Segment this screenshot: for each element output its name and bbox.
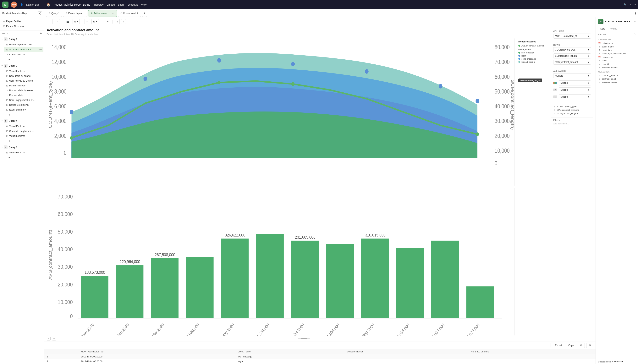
- query4-header[interactable]: ▾ ⊞ Query 4: [0, 118, 44, 124]
- sidebar-q2-newusers[interactable]: ⊞ New users by quarter: [4, 74, 44, 78]
- formula-icon[interactable]: fx: [634, 33, 636, 36]
- field-state[interactable]: T state: [598, 59, 636, 62]
- field-activated-at[interactable]: 📅 activated_at: [598, 42, 636, 45]
- export-button[interactable]: ↑ Export: [550, 342, 564, 348]
- query1-header[interactable]: ▾ ⊞ Query 1: [0, 36, 44, 42]
- nav-view[interactable]: View: [141, 3, 147, 6]
- col-event[interactable]: event_name: [235, 349, 344, 354]
- nav-share[interactable]: Share: [118, 3, 125, 6]
- zoom-in-button[interactable]: +: [52, 336, 56, 340]
- sidebar-q4-contract[interactable]: ⊞ Contract Lengths and ...: [4, 129, 44, 134]
- field-contract-amount[interactable]: # contract_amount: [598, 74, 636, 77]
- query1-add[interactable]: +: [3, 57, 44, 62]
- tab-query1[interactable]: ⊞ Query 1: [46, 10, 62, 17]
- nav-schedule[interactable]: Schedule: [128, 3, 138, 6]
- sidebar-q2-productvisits[interactable]: ↗ Product Visits: [4, 93, 44, 98]
- sidebar-q2-funnel[interactable]: ⊞ Funnel Analysis: [4, 83, 44, 88]
- copy-button[interactable]: Copy: [566, 342, 576, 348]
- measure-avg[interactable]: ||| AVG(contract_amount): [553, 108, 591, 112]
- nav-report[interactable]: Report ▾: [94, 3, 104, 6]
- layer3-dropdown[interactable]: Multiple ▾: [559, 94, 591, 99]
- zoom-out-button[interactable]: −: [47, 336, 51, 340]
- rows-field1-dropdown[interactable]: COUNT(event_type) ▾: [553, 47, 591, 52]
- add-icon[interactable]: +: [630, 3, 631, 6]
- sidebar-q2-productweek[interactable]: ↗ Product Visits by Week: [4, 88, 44, 93]
- field-contract-length[interactable]: # contract_length: [598, 77, 636, 81]
- sidebar-item-report-builder[interactable]: ⊞ Report Builder: [1, 19, 44, 24]
- field-occurred-at[interactable]: 📅 occurred_at: [598, 55, 636, 59]
- all-layers-dropdown[interactable]: Multiple ▾: [553, 73, 591, 78]
- measure-sum[interactable]: ○ SUM(contract_length): [553, 112, 591, 115]
- add-data-button[interactable]: +: [40, 32, 42, 35]
- sort-asc-button[interactable]: ↑: [115, 19, 120, 24]
- tab-events[interactable]: ⊞ Events in prod...: [63, 10, 88, 17]
- field-user-id[interactable]: # user_id: [598, 62, 636, 66]
- layer-item-2: T Multiple ▾: [553, 87, 591, 93]
- measure-sum-icon: ○: [553, 112, 556, 114]
- svg-text:Mar 2020: Mar 2020: [151, 322, 165, 336]
- rows-field3-dropdown[interactable]: AVG(contract_amount) ▾: [553, 60, 591, 64]
- rows-field2-dropdown[interactable]: SUM(contract_length) ▾: [553, 54, 591, 58]
- transform-button[interactable]: ⇄: [85, 19, 90, 24]
- tab-conversion-icon: ↗: [120, 12, 122, 14]
- sidebar-q4-visual1[interactable]: ⊞ Visual Explorer: [4, 124, 44, 129]
- snapshot-button[interactable]: 📷: [65, 19, 71, 24]
- col-month[interactable]: MONTH(activated_at): [79, 349, 235, 354]
- forward-button[interactable]: →: [54, 19, 60, 24]
- layer1-dropdown[interactable]: Multiple ▾: [559, 80, 591, 86]
- sidebar-q4-visual2[interactable]: ⊞ Visual Explorer: [4, 134, 44, 138]
- expand-button[interactable]: ❯: [634, 12, 636, 15]
- chart-description[interactable]: Enter chart description. Hit Enter key t…: [47, 33, 551, 36]
- tab-activation-dots[interactable]: ⋯: [112, 12, 115, 15]
- field-event-name[interactable]: T event_name: [598, 45, 636, 48]
- measure-count[interactable]: ⊞ COUNT(event_type): [553, 105, 591, 108]
- tab-add[interactable]: +: [142, 10, 147, 17]
- field-event-type[interactable]: T event_type: [598, 48, 636, 52]
- collapse-button[interactable]: ❮: [38, 12, 42, 15]
- sidebar-q2-device[interactable]: ⊞ Device Breakdown: [4, 102, 44, 107]
- nav-embed[interactable]: Embed: [107, 3, 115, 6]
- tab-conversion[interactable]: ↗ Conversion Lift: [118, 10, 141, 17]
- help-icon[interactable]: ?: [634, 3, 636, 6]
- measure-sum-label: SUM(contract_length): [557, 112, 578, 114]
- sidebar-q2-userengagement[interactable]: ⊞ User Engagement in Pr...: [4, 98, 44, 102]
- sum-button[interactable]: Σ ▾: [104, 19, 110, 24]
- sidebar-q5-visual[interactable]: ⊞ Visual Explorer: [4, 150, 44, 155]
- row2-num: 2: [44, 359, 79, 364]
- sidebar-q2-visual[interactable]: ⊞ Visual Explorer: [4, 69, 44, 74]
- right-panel-chevron[interactable]: ▾: [634, 20, 636, 23]
- sidebar-item-conversion[interactable]: ↗ Conversion Lift: [4, 52, 44, 57]
- pivot-button[interactable]: ⊞ ▾: [92, 19, 99, 24]
- sidebar-q2-eventsummary[interactable]: ⊞ Event Summary: [4, 108, 44, 112]
- layer2-dropdown[interactable]: Multiple ▾: [559, 88, 591, 92]
- table-view-button[interactable]: ⊟: [578, 342, 585, 348]
- activation-label: Activation and contra...: [9, 48, 33, 51]
- tab-activation[interactable]: ⊞ Activation and... ⋯: [88, 10, 117, 17]
- field-event-type-dup[interactable]: T event_type_duplicate_column_na...: [598, 52, 636, 55]
- table-expand-button[interactable]: ⊞: [586, 342, 593, 348]
- sidebar-item-python-notebook[interactable]: ⊞ Python Notebook: [1, 24, 44, 28]
- col-measure[interactable]: Measure Names: [344, 349, 469, 354]
- query2-header[interactable]: ▾ ⊞ Query 2: [0, 63, 44, 69]
- field-measure-names[interactable]: T Measure Names: [598, 66, 636, 69]
- view-options-button[interactable]: ⊞ ▾: [73, 19, 80, 24]
- svg-text:10,000: 10,000: [52, 73, 67, 80]
- activation-dots[interactable]: ⋯: [39, 48, 42, 51]
- query2-add[interactable]: +: [3, 112, 44, 117]
- update-mode-value[interactable]: Automatic ▾: [612, 360, 623, 363]
- query5-add[interactable]: +: [3, 155, 44, 160]
- search-icon[interactable]: 🔍: [623, 3, 626, 6]
- filters-placeholder[interactable]: Add fields here...: [553, 122, 591, 125]
- sidebar-item-activation[interactable]: ⊞ Activation and contra... ⋯: [4, 47, 44, 52]
- query5-header[interactable]: ▾ ⊞ Query 5: [0, 144, 44, 150]
- query4-add[interactable]: +: [3, 138, 44, 144]
- back-button[interactable]: ←: [47, 19, 53, 24]
- col-amount[interactable]: contract_amount: [469, 349, 595, 354]
- columns-field-dropdown[interactable]: MONTH(activated_at) ▾: [553, 34, 591, 38]
- sidebar-item-events[interactable]: ⊞ Events in product over...: [4, 42, 44, 47]
- tab-data[interactable]: Data: [598, 26, 607, 32]
- field-measure-values[interactable]: # Measure Values: [598, 81, 636, 84]
- sort-desc-button[interactable]: ↓: [121, 19, 126, 24]
- tab-format[interactable]: Format: [607, 26, 619, 32]
- sidebar-q2-useractivity[interactable]: ⊞ User Activity by Device: [4, 78, 44, 83]
